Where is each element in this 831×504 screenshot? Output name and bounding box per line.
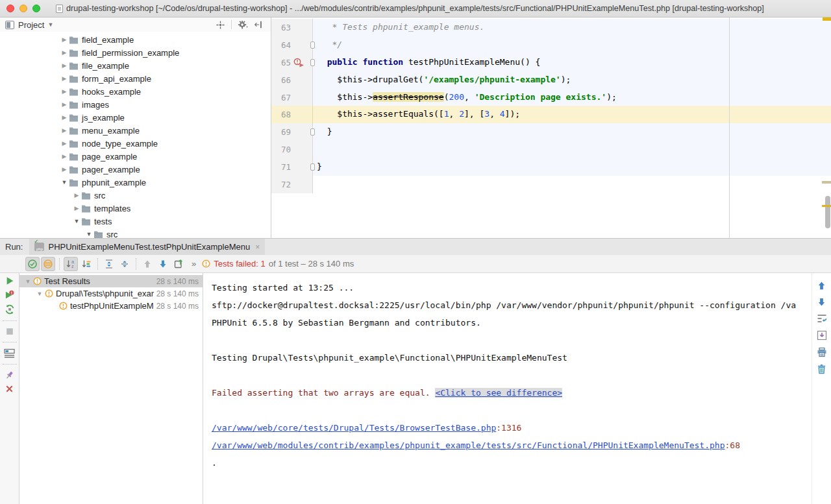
gutter[interactable]: 70 <box>271 141 313 158</box>
gutter[interactable]: 65 <box>271 54 313 71</box>
soft-wrap-icon[interactable] <box>817 313 827 324</box>
editor-scrollbar[interactable] <box>825 196 830 228</box>
chevron-collapsed-icon[interactable]: ▶ <box>72 192 81 198</box>
close-red-icon[interactable] <box>5 385 14 393</box>
warning-stripe-mark[interactable] <box>822 181 831 184</box>
chevron-collapsed-icon[interactable]: ▶ <box>60 127 69 134</box>
import-tests-button[interactable] <box>171 257 186 271</box>
gutter[interactable]: 71 <box>271 158 313 176</box>
close-window-button[interactable] <box>6 5 14 12</box>
collapse-all-button[interactable] <box>118 257 132 271</box>
more-actions-icon[interactable]: » <box>192 259 195 269</box>
tree-item-form_api_example[interactable]: ▶form_api_example <box>0 72 271 85</box>
tree-item-templates[interactable]: ▶templates <box>0 202 271 215</box>
chevron-expanded-icon[interactable]: ▼ <box>84 231 93 237</box>
console-link[interactable]: /var/www/web/modules/contrib/examples/ph… <box>212 440 725 450</box>
print-icon[interactable] <box>817 347 827 357</box>
test-node-testPhpUnitExampleMenu[interactable]: testPhpUnitExampleMenu28 s 140 ms <box>19 300 203 312</box>
code-text[interactable] <box>313 141 831 158</box>
chevron-collapsed-icon[interactable]: ▶ <box>60 75 69 82</box>
chevron-expanded-icon[interactable]: ▼ <box>60 179 69 186</box>
tree-item-phpunit_example[interactable]: ▼phpunit_example <box>0 176 271 189</box>
tree-item-file_example[interactable]: ▶file_example <box>0 59 271 72</box>
tree-item-field_example[interactable]: ▶field_example <box>0 33 271 46</box>
show-ignored-button[interactable] <box>41 257 55 271</box>
sort-duration-button[interactable] <box>79 257 93 271</box>
close-tab-icon[interactable]: × <box>255 243 260 252</box>
chevron-collapsed-icon[interactable]: ▶ <box>60 88 69 95</box>
code-text[interactable]: } <box>313 158 831 176</box>
tree-item-field_permission_example[interactable]: ▶field_permission_example <box>0 46 271 59</box>
chevron-collapsed-icon[interactable]: ▶ <box>60 166 69 173</box>
chevron-collapsed-icon[interactable]: ▶ <box>60 114 69 121</box>
code-text[interactable]: */ <box>313 36 831 54</box>
tree-item-tests[interactable]: ▼tests <box>0 215 271 228</box>
chevron-collapsed-icon[interactable]: ▶ <box>60 49 69 56</box>
chevron-collapsed-icon[interactable]: ▶ <box>60 101 69 108</box>
test-console[interactable]: Testing started at 13:25 ...sftp://docke… <box>203 273 812 504</box>
chevron-collapsed-icon[interactable]: ▶ <box>60 62 69 69</box>
chevron-collapsed-icon[interactable]: ▶ <box>72 205 81 211</box>
gutter[interactable]: 72 <box>271 176 313 193</box>
inspection-status-marker[interactable] <box>823 18 831 21</box>
code-text[interactable]: } <box>313 123 831 141</box>
zoom-window-button[interactable] <box>32 5 40 12</box>
editor-line-69[interactable]: 69 } <box>271 123 831 141</box>
console-link[interactable]: /var/www/web/core/tests/Drupal/Tests/Bro… <box>212 423 496 433</box>
editor-line-68[interactable]: 68 $this->assertEquals([1, 2], [3, 4]); <box>271 106 831 123</box>
editor-line-66[interactable]: 66 $this->drupalGet('/examples/phpunit-e… <box>271 71 831 89</box>
tree-item-menu_example[interactable]: ▶menu_example <box>0 124 271 137</box>
editor-line-64[interactable]: 64 */ <box>271 36 831 54</box>
gutter[interactable]: 66 <box>271 71 313 89</box>
test-node-Drupal-Tests-phpunit-example[interactable]: ▼Drupal\Tests\phpunit_example28 s 140 ms <box>19 287 203 300</box>
gutter[interactable]: 67 <box>271 89 313 106</box>
stop-icon[interactable] <box>5 327 14 336</box>
chevron-collapsed-icon[interactable]: ▶ <box>60 153 69 160</box>
chevron-expanded-icon[interactable]: ▼ <box>35 291 44 297</box>
editor-line-63[interactable]: 63 * Tests phpunit_example menus. <box>271 19 831 36</box>
tree-item-src[interactable]: ▼src <box>0 228 271 238</box>
tree-item-node_type_example[interactable]: ▶node_type_example <box>0 137 271 150</box>
chevron-collapsed-icon[interactable]: ▶ <box>60 140 69 147</box>
auto-test-icon[interactable] <box>5 304 15 315</box>
editor-line-67[interactable]: 67 $this->assertResponse(200, 'Descripti… <box>271 89 831 106</box>
fold-marker[interactable] <box>310 163 315 171</box>
fold-marker[interactable] <box>310 42 315 49</box>
locate-icon[interactable] <box>216 20 225 30</box>
chevron-expanded-icon[interactable]: ▼ <box>72 218 81 224</box>
chevron-down-icon[interactable]: ▼ <box>47 21 53 28</box>
minimize-window-button[interactable] <box>19 5 27 12</box>
editor-line-70[interactable]: 70 <box>271 141 831 158</box>
clear-icon[interactable] <box>817 364 826 374</box>
tree-item-src[interactable]: ▶src <box>0 189 271 202</box>
tree-item-page_example[interactable]: ▶page_example <box>0 150 271 163</box>
editor-line-71[interactable]: 71} <box>271 158 831 176</box>
code-text[interactable]: * Tests phpunit_example menus. <box>313 19 831 36</box>
scroll-end-icon[interactable] <box>817 330 827 341</box>
show-passed-button[interactable] <box>25 257 40 271</box>
code-text[interactable]: $this->drupalGet('/examples/phpunit-exam… <box>313 71 831 89</box>
editor-line-72[interactable]: 72 <box>271 176 831 193</box>
tree-item-hooks_example[interactable]: ▶hooks_example <box>0 85 271 98</box>
tree-item-images[interactable]: ▶images <box>0 98 271 111</box>
tree-item-pager_example[interactable]: ▶pager_example <box>0 163 271 176</box>
rerun-icon[interactable] <box>5 276 14 285</box>
expand-all-button[interactable] <box>102 257 116 271</box>
gutter[interactable]: 64 <box>271 36 313 54</box>
rerun-failed-icon[interactable] <box>5 290 15 300</box>
gear-icon[interactable] <box>238 20 248 29</box>
test-failed-icon[interactable] <box>293 58 304 67</box>
gutter[interactable]: 69 <box>271 123 313 141</box>
nav-up-icon[interactable] <box>817 281 826 291</box>
code-text[interactable]: public function testPhpUnitExampleMenu()… <box>313 54 831 71</box>
nav-down-icon[interactable] <box>817 297 826 307</box>
chevron-expanded-icon[interactable]: ▼ <box>23 278 32 285</box>
pin-icon[interactable] <box>5 370 14 380</box>
layout-icon[interactable] <box>4 348 15 358</box>
hide-panel-icon[interactable] <box>254 20 263 29</box>
sort-alpha-button[interactable]: az <box>64 257 78 271</box>
fold-marker[interactable] <box>310 128 315 136</box>
current-line-stripe-mark[interactable] <box>822 205 831 207</box>
code-text[interactable]: $this->assertEquals([1, 2], [3, 4]); <box>313 106 831 123</box>
code-text[interactable] <box>313 176 831 193</box>
